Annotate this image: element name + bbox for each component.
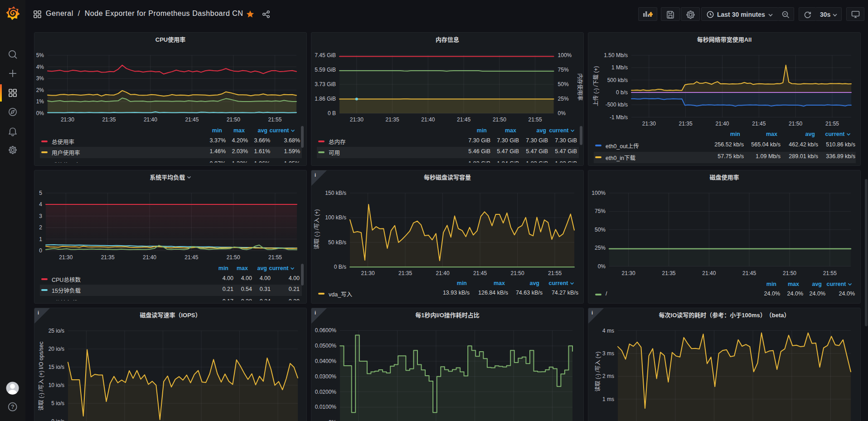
svg-text:?: ? [11,404,15,410]
svg-text:25%: 25% [558,96,569,102]
svg-text:21:50: 21:50 [783,270,796,276]
svg-text:0.0400%: 0.0400% [315,358,337,364]
svg-text:21:45: 21:45 [185,116,199,123]
svg-text:1 Mb/s: 1 Mb/s [611,64,628,71]
svg-text:21:40: 21:40 [421,116,435,123]
svg-text:0%: 0% [36,110,44,116]
svg-text:7.45 GiB: 7.45 GiB [315,52,336,58]
svg-text:21:50: 21:50 [227,116,240,123]
svg-text:0.0500%: 0.0500% [315,343,337,349]
svg-text:3.73 GiB: 3.73 GiB [315,81,336,87]
svg-text:100%: 100% [558,52,572,58]
svg-text:2: 2 [39,224,42,231]
svg-text:4 ms: 4 ms [602,328,614,334]
svg-text:21:40: 21:40 [144,116,157,123]
svg-text:25 io/s: 25 io/s [48,328,64,334]
svg-text:25%: 25% [595,245,606,251]
svg-text:21:45: 21:45 [752,121,766,127]
svg-text:5 io/s: 5 io/s [51,400,64,406]
svg-text:50 kB/s: 50 kB/s [328,239,346,246]
svg-text:3: 3 [39,213,42,219]
svg-text:50%: 50% [595,227,606,233]
svg-text:21:55: 21:55 [825,121,839,127]
svg-text:21:45: 21:45 [184,254,198,261]
svg-text:21:55: 21:55 [548,270,562,276]
svg-text:100 kB/s: 100 kB/s [325,214,346,221]
svg-text:75%: 75% [558,67,569,73]
svg-text:21:50: 21:50 [227,254,240,261]
svg-text:21:30: 21:30 [59,254,73,261]
svg-text:21:35: 21:35 [662,270,675,276]
svg-text:0%: 0% [598,263,606,270]
svg-text:75%: 75% [595,208,606,214]
svg-text:15 io/s: 15 io/s [48,364,64,370]
svg-text:2%: 2% [36,87,44,93]
svg-text:3 ms: 3 ms [602,350,614,357]
svg-text:21:50: 21:50 [511,270,524,276]
svg-text:0 B: 0 B [328,110,336,116]
svg-text:10 io/s: 10 io/s [48,382,64,388]
svg-text:1 ms: 1 ms [602,396,614,402]
svg-text:21:35: 21:35 [398,270,412,276]
svg-text:21:55: 21:55 [268,116,281,123]
svg-text:-500 kb/s: -500 kb/s [606,102,628,108]
svg-text:21:30: 21:30 [350,116,364,123]
svg-text:0 b/s: 0 b/s [616,89,628,96]
svg-text:21:40: 21:40 [436,270,450,276]
svg-text:0: 0 [39,247,42,254]
svg-text:21:55: 21:55 [529,116,542,123]
svg-text:0.0300%: 0.0300% [315,373,337,380]
svg-text:21:45: 21:45 [742,270,756,276]
svg-text:内存使用率: 内存使用率 [577,73,583,101]
svg-text:21:35: 21:35 [386,116,399,123]
svg-text:1: 1 [39,236,42,242]
svg-text:读取 (-) /写入 (+) I/O ops/sec: 读取 (-) /写入 (+) I/O ops/sec [38,342,44,411]
svg-text:21:50: 21:50 [493,116,506,123]
svg-text:150 kB/s: 150 kB/s [325,190,346,196]
svg-text:1%: 1% [36,98,44,105]
svg-text:1.50 Mb/s: 1.50 Mb/s [604,52,628,58]
svg-text:21:35: 21:35 [102,116,116,123]
svg-text:100%: 100% [592,190,606,196]
svg-text:0.0100%: 0.0100% [315,404,337,410]
svg-text:5%: 5% [36,52,44,58]
svg-text:1.86 GiB: 1.86 GiB [315,96,336,102]
svg-text:21:30: 21:30 [642,121,656,127]
svg-text:0 io/s: 0 io/s [51,418,64,421]
svg-text:-1 Mb/s: -1 Mb/s [610,114,628,121]
svg-text:0%: 0% [558,110,566,116]
svg-text:21:40: 21:40 [715,121,729,127]
svg-text:5.59 GiB: 5.59 GiB [315,67,336,73]
svg-text:0 B/s: 0 B/s [334,264,346,270]
svg-text:21:35: 21:35 [101,254,115,261]
svg-text:3%: 3% [36,75,44,82]
svg-text:2 ms: 2 ms [602,373,614,379]
svg-text:21:35: 21:35 [679,121,693,127]
svg-text:21:50: 21:50 [789,121,802,127]
svg-text:21:30: 21:30 [361,270,375,276]
svg-text:21:45: 21:45 [457,116,470,123]
svg-text:5: 5 [39,190,42,196]
svg-text:0%: 0% [329,419,337,421]
svg-text:20 io/s: 20 io/s [48,346,64,352]
svg-text:500 kb/s: 500 kb/s [607,77,628,83]
svg-text:21:30: 21:30 [622,270,635,276]
svg-text:读取 (-) /写入 (+): 读取 (-) /写入 (+) [595,352,601,392]
svg-text:0.0600%: 0.0600% [315,327,337,334]
svg-text:4: 4 [39,201,42,208]
svg-text:读取 (-) /写入 (+): 读取 (-) /写入 (+) [314,209,320,249]
svg-text:21:55: 21:55 [268,254,282,261]
svg-text:21:45: 21:45 [473,270,487,276]
svg-text:上传 (-) /下载 (+): 上传 (-) /下载 (+) [592,66,599,106]
svg-text:21:40: 21:40 [143,254,156,261]
svg-text:21:30: 21:30 [61,116,74,123]
svg-text:21:40: 21:40 [702,270,716,276]
svg-text:21:55: 21:55 [823,270,837,276]
svg-text:0.0200%: 0.0200% [315,389,337,395]
svg-text:50%: 50% [558,81,569,87]
svg-text:4%: 4% [36,64,44,70]
